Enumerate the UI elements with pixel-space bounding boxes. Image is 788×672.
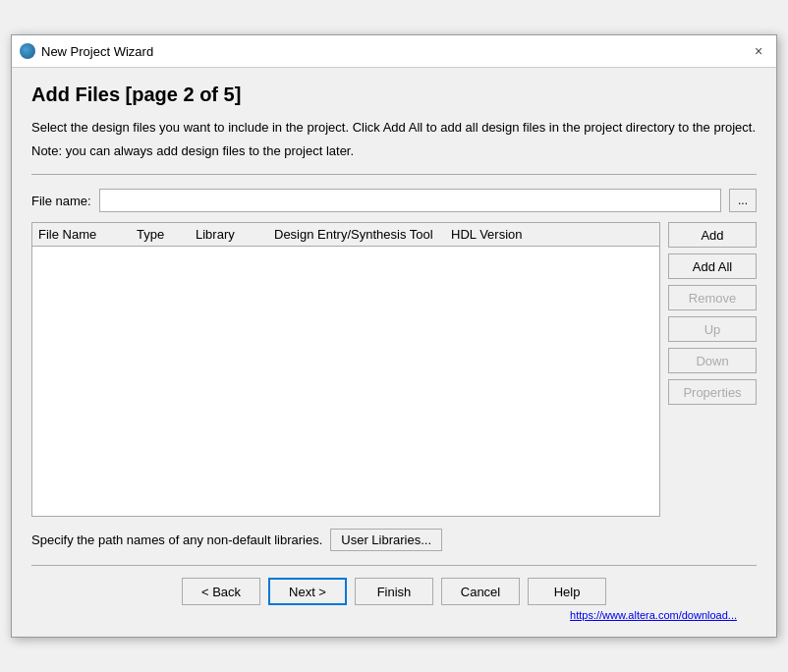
separator-bottom (31, 565, 757, 566)
note-text: Note: you can always add design files to… (31, 141, 757, 161)
file-table: File Name Type Library Design Entry/Synt… (31, 222, 660, 517)
user-libraries-button[interactable]: User Libraries... (330, 529, 442, 551)
table-body (32, 247, 659, 507)
title-bar-left: New Project Wizard (20, 43, 153, 59)
down-button[interactable]: Down (668, 348, 757, 373)
remove-button[interactable]: Remove (668, 285, 757, 310)
next-button[interactable]: Next > (268, 578, 347, 605)
button-column: Add Add All Remove Up Down Properties (668, 222, 757, 517)
dialog-window: New Project Wizard × Add Files [page 2 o… (11, 34, 777, 638)
finish-button[interactable]: Finish (355, 578, 433, 605)
description-text: Select the design files you want to incl… (31, 118, 757, 138)
file-name-label: File name: (31, 194, 91, 208)
cancel-button[interactable]: Cancel (441, 578, 520, 605)
col-type: Type (137, 227, 196, 242)
footer: < Back Next > Finish Cancel Help https:/… (31, 578, 757, 621)
add-button[interactable]: Add (668, 222, 757, 248)
table-header: File Name Type Library Design Entry/Synt… (32, 223, 659, 247)
title-bar-text: New Project Wizard (41, 44, 153, 59)
col-design: Design Entry/Synthesis Tool (274, 227, 451, 242)
page-title: Add Files [page 2 of 5] (31, 84, 757, 106)
file-name-row: File name: ... (31, 189, 757, 212)
separator-top (31, 174, 757, 175)
content-area: Add Files [page 2 of 5] Select the desig… (12, 68, 776, 637)
browse-button[interactable]: ... (729, 189, 757, 212)
main-area: File Name Type Library Design Entry/Synt… (31, 222, 757, 517)
back-button[interactable]: < Back (182, 578, 260, 605)
wizard-icon (20, 43, 35, 59)
col-hdl: HDL Version (451, 227, 549, 242)
status-bar-link: https://www.altera.com/download... (570, 609, 737, 621)
user-libs-text: Specify the path names of any non-defaul… (31, 532, 322, 547)
help-button[interactable]: Help (528, 578, 606, 605)
add-all-button[interactable]: Add All (668, 253, 757, 279)
title-bar: New Project Wizard × (12, 35, 776, 68)
properties-button[interactable]: Properties (668, 379, 757, 405)
file-name-input[interactable] (99, 189, 721, 212)
col-filename: File Name (38, 227, 137, 242)
col-library: Library (196, 227, 274, 242)
up-button[interactable]: Up (668, 316, 757, 342)
close-button[interactable]: × (749, 41, 768, 61)
user-libs-row: Specify the path names of any non-defaul… (31, 529, 757, 551)
